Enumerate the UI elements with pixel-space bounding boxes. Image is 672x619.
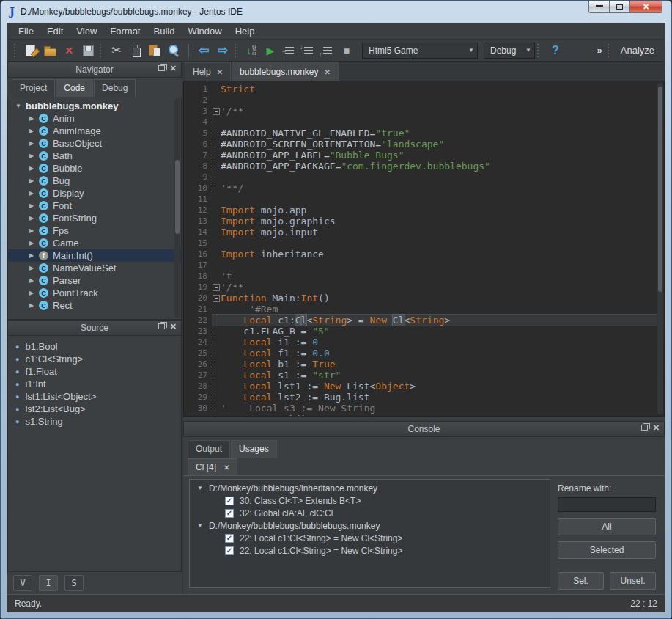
close-panel-icon[interactable]: ✕ — [170, 65, 177, 71]
close-tab-icon[interactable]: ✕ — [325, 68, 331, 76]
chevron-collapsed-icon[interactable]: ▶ — [27, 240, 36, 246]
chevron-collapsed-icon[interactable]: ▶ — [27, 290, 36, 296]
checkbox-checked-icon[interactable]: ✓ — [225, 497, 234, 505]
chevron-collapsed-icon[interactable]: ▶ — [27, 302, 36, 309]
help-icon[interactable]: ? — [547, 44, 564, 57]
tree-scrollbar-thumb[interactable] — [175, 160, 180, 235]
tree-item-fontstring[interactable]: ▶CFontString — [8, 212, 181, 224]
paste-button[interactable] — [145, 42, 164, 59]
toolbar-handle[interactable] — [14, 44, 16, 57]
float-panel-icon[interactable] — [158, 323, 165, 329]
chevron-collapsed-icon[interactable]: ▶ — [27, 215, 36, 221]
save-file-button[interactable] — [78, 42, 97, 59]
config-combobox[interactable]: Debug ▼ — [484, 43, 535, 59]
float-panel-icon[interactable] — [641, 425, 648, 431]
tree-item-rect[interactable]: ▶CRect — [8, 299, 181, 312]
tree-item-fps[interactable]: ▶CFps — [8, 224, 181, 237]
step-out-button[interactable] — [318, 42, 337, 59]
maximize-button[interactable] — [610, 1, 629, 13]
console-tab-output[interactable]: Output — [188, 440, 230, 458]
tree-item-namevalueset[interactable]: ▶CNameValueSet — [8, 262, 181, 274]
fold-collapse-icon[interactable] — [212, 282, 221, 293]
tree-item-animimage[interactable]: ▶CAnimImage — [8, 125, 181, 137]
console-tab-usages[interactable]: Usages — [231, 440, 277, 458]
source-item[interactable]: ●s1:String — [8, 415, 181, 428]
toolbar-overflow-icon[interactable]: » — [597, 45, 602, 56]
analyze-button[interactable]: Analyze — [615, 42, 660, 59]
filter-button-s[interactable]: S — [64, 575, 84, 591]
build-button[interactable] — [242, 42, 261, 59]
menu-format[interactable]: Format — [103, 24, 147, 38]
source-item[interactable]: ●lst2:List<Bug> — [8, 403, 181, 415]
tree-item-parser[interactable]: ▶CParser — [8, 274, 181, 287]
tree-item-pointtrack[interactable]: ▶CPointTrack — [8, 287, 181, 299]
menu-build[interactable]: Build — [147, 24, 181, 38]
copy-button[interactable] — [126, 42, 145, 59]
rename-selected-button[interactable]: Selected — [558, 541, 656, 559]
toolbar-handle[interactable] — [100, 44, 102, 57]
back-button[interactable] — [194, 42, 213, 59]
filter-button-i[interactable]: I — [39, 575, 58, 591]
tab-project[interactable]: Project — [12, 79, 55, 97]
source-item[interactable]: ●lst1:List<Object> — [8, 390, 181, 403]
new-file-button[interactable] — [21, 42, 40, 59]
fold-collapse-icon[interactable] — [212, 293, 221, 304]
editor-scrollbar-thumb[interactable] — [658, 87, 662, 292]
tree-item-anim[interactable]: ▶CAnim — [8, 112, 181, 125]
tree-item-display[interactable]: ▶CDisplay — [8, 187, 181, 199]
find-button[interactable] — [164, 42, 183, 59]
open-folder-button[interactable] — [40, 42, 59, 59]
checkbox-checked-icon[interactable]: ✓ — [225, 534, 234, 543]
usage-result-tab[interactable]: Cl [4] ✕ — [188, 458, 237, 475]
chevron-expanded-icon[interactable]: ▼ — [14, 103, 23, 109]
tree-item-font[interactable]: ▶CFont — [8, 199, 181, 212]
chevron-collapsed-icon[interactable]: ▶ — [27, 252, 36, 259]
code-editor[interactable]: 1Strict23'/**45#ANDROID_NATIVE_GL_ENABLE… — [183, 81, 665, 417]
menu-window[interactable]: Window — [181, 24, 228, 38]
tree-scrollbar[interactable] — [174, 98, 180, 318]
usage-file-group[interactable]: ▼D:/Monkey/bubblebugs/inheritance.monkey — [190, 482, 550, 494]
forward-button[interactable] — [213, 42, 232, 59]
fold-collapse-icon[interactable] — [212, 106, 221, 117]
usage-entry[interactable]: ✓22: Local c1:Cl<String> = New Cl<String… — [190, 532, 550, 544]
chevron-collapsed-icon[interactable]: ▶ — [27, 277, 36, 284]
chevron-collapsed-icon[interactable]: ▶ — [27, 190, 36, 197]
step-over-button[interactable] — [280, 42, 299, 59]
rename-all-button[interactable]: All — [558, 518, 656, 535]
stop-button[interactable] — [337, 42, 356, 59]
filter-button-v[interactable]: V — [13, 575, 32, 591]
source-item[interactable]: ●c1:Cl<String> — [8, 353, 181, 365]
toolbar-handle[interactable] — [235, 44, 237, 57]
tree-item-game[interactable]: ▶CGame — [8, 237, 181, 249]
titlebar[interactable]: J D:/Monkey/bubblebugs/bubblebugs.monkey… — [1, 1, 671, 23]
chevron-expanded-icon[interactable]: ▼ — [197, 485, 203, 491]
target-combobox[interactable]: Html5 Game ▼ — [362, 43, 478, 59]
menu-edit[interactable]: Edit — [40, 24, 70, 38]
tree-item-baseobject[interactable]: ▶CBaseObject — [8, 137, 181, 150]
chevron-collapsed-icon[interactable]: ▶ — [27, 128, 36, 134]
tab-debug[interactable]: Debug — [94, 79, 136, 97]
toolbar-handle[interactable] — [608, 44, 610, 57]
checkbox-checked-icon[interactable]: ✓ — [225, 546, 234, 555]
unselect-all-button[interactable]: Unsel. — [610, 572, 656, 590]
menu-help[interactable]: Help — [229, 24, 262, 38]
select-all-button[interactable]: Sel. — [558, 572, 604, 590]
tree-root-item[interactable]: ▼bubblebugs.monkey — [8, 100, 181, 112]
tree-item-bath[interactable]: ▶CBath — [8, 150, 181, 162]
tree-item-bug[interactable]: ▶CBug — [8, 175, 181, 187]
usage-entry[interactable]: ✓32: Global clA:Al, clC:Cl — [190, 507, 550, 519]
chevron-expanded-icon[interactable]: ▼ — [197, 522, 203, 529]
tree-item-bubble[interactable]: ▶CBubble — [8, 162, 181, 175]
close-button[interactable]: ✕ — [629, 1, 662, 13]
close-panel-icon[interactable]: ✕ — [170, 323, 177, 329]
editor-tab-bubblebugs-monkey[interactable]: bubblebugs.monkey✕ — [232, 62, 339, 81]
chevron-collapsed-icon[interactable]: ▶ — [27, 153, 36, 159]
editor-tab-help[interactable]: Help✕ — [185, 62, 231, 81]
close-tab-icon[interactable]: ✕ — [224, 464, 229, 472]
menu-file[interactable]: File — [12, 24, 40, 38]
tree-item-main-int-[interactable]: ▶fMain:Int() — [8, 249, 181, 262]
close-panel-icon[interactable]: ✕ — [653, 425, 660, 431]
chevron-collapsed-icon[interactable]: ▶ — [27, 227, 36, 234]
chevron-collapsed-icon[interactable]: ▶ — [27, 140, 36, 147]
float-panel-icon[interactable] — [158, 65, 165, 71]
